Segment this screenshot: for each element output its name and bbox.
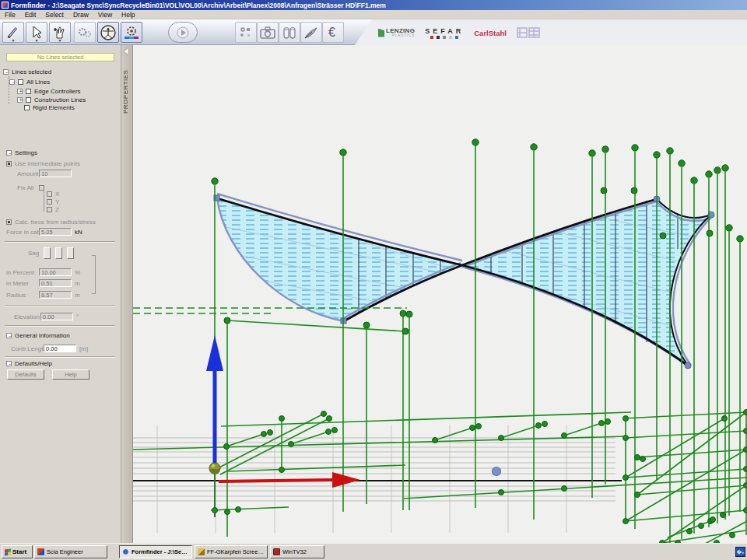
collapse-icon[interactable]: [3, 69, 9, 75]
sketch-button[interactable]: [300, 22, 322, 43]
edge-controllers-checkbox[interactable]: [26, 89, 31, 94]
app-icon: [2, 2, 9, 9]
screenshot-icon: [198, 548, 205, 555]
percent-field[interactable]: 10.00: [39, 268, 72, 276]
nodes-button[interactable]: [235, 22, 257, 43]
general-info-header[interactable]: General Information: [6, 331, 70, 339]
viewport-canvas[interactable]: [133, 45, 747, 543]
collapse-icon[interactable]: [6, 150, 12, 156]
fix-y-checkbox[interactable]: [47, 199, 52, 205]
menu-view[interactable]: View: [93, 11, 117, 19]
snapshot-button[interactable]: [257, 22, 279, 43]
edge-controllers-label: Edge Controllers: [34, 88, 81, 95]
settings-header[interactable]: Settings: [6, 149, 37, 156]
start-label: Start: [12, 548, 26, 555]
windows-flag-icon: [5, 548, 11, 555]
elevation-field[interactable]: 0.00: [40, 313, 73, 320]
tree-item-rigid-elements[interactable]: Rigid Elements: [24, 103, 75, 111]
expand-icon[interactable]: [17, 97, 23, 103]
x-axis-arrow: [219, 472, 360, 488]
task-ffgkarpfen[interactable]: FF-GKarpfen Screenshot...: [195, 545, 268, 558]
collapse-icon[interactable]: [6, 361, 12, 366]
menu-help[interactable]: Help: [117, 11, 139, 19]
amount-field[interactable]: 10: [39, 170, 72, 177]
tree-root-label: Lines selected: [12, 68, 51, 75]
collapse-icon[interactable]: [9, 79, 15, 85]
defaults-button[interactable]: Defaults: [7, 369, 44, 380]
svg-text:€: €: [328, 26, 335, 39]
fix-z-checkbox[interactable]: [47, 207, 52, 212]
collapse-panel-arrow-icon[interactable]: [124, 48, 128, 54]
help-button[interactable]: Help: [52, 369, 89, 380]
lenzing-logo: LENZING PLASTICS: [378, 28, 415, 37]
expand-icon[interactable]: [17, 89, 23, 94]
contr-length-field[interactable]: 0.00: [44, 345, 76, 352]
fix-y-row[interactable]: Y: [47, 198, 59, 205]
rigid-elements-checkbox[interactable]: [24, 105, 30, 110]
properties-tab-label[interactable]: PROPERTIES: [122, 59, 133, 114]
select-tool-button[interactable]: ▼: [26, 22, 47, 43]
tree-item-edge-controllers[interactable]: Edge Controllers: [17, 87, 81, 95]
menu-file[interactable]: File: [0, 11, 20, 19]
general-info-label: General Information: [15, 332, 70, 339]
lenzing-mark-icon: [378, 29, 384, 37]
menu-draw[interactable]: Draw: [68, 11, 93, 19]
title-bar: Formfinder - J:\Seagate Sync\SyncRecycle…: [0, 0, 747, 10]
menu-edit[interactable]: Edit: [20, 11, 41, 19]
meter-unit: m: [75, 280, 80, 287]
partner-logos: LENZING PLASTICS SEFAR CarlStahl: [378, 24, 540, 41]
use-intermediate-row[interactable]: Use intermediate points: [6, 159, 80, 167]
menu-select[interactable]: Select: [40, 11, 68, 19]
fix-x-row[interactable]: X: [47, 190, 59, 198]
play-icon: [177, 26, 189, 39]
rigid-elements-label: Rigid Elements: [33, 104, 75, 111]
task-formfinder[interactable]: Formfinder - J:\Seaga...: [119, 545, 192, 558]
force-field[interactable]: 5.05: [39, 228, 72, 236]
pan-tool-button[interactable]: ▼: [49, 22, 71, 43]
fix-z-row[interactable]: Z: [47, 205, 59, 213]
fix-all-row: Fix All: [17, 184, 44, 191]
node-points-icon: [238, 25, 254, 40]
radius-row: Radius 6.57 m: [6, 291, 80, 299]
dropdown-arrow-icon: ▼: [12, 39, 16, 42]
construction-lines-checkbox[interactable]: [26, 97, 31, 103]
material-button[interactable]: [279, 22, 300, 43]
construction-lines-label: Construction Lines: [34, 96, 86, 103]
fix-z-label: Z: [55, 206, 59, 213]
task-scia-engineer[interactable]: Scia Engineer: [34, 545, 107, 558]
use-intermediate-checkbox[interactable]: [6, 161, 12, 166]
fix-x-checkbox[interactable]: [47, 191, 52, 197]
analysis-button[interactable]: [97, 22, 119, 43]
start-button[interactable]: Start: [2, 545, 33, 558]
scia-icon: [37, 548, 44, 555]
tree-root[interactable]: Lines selected: [3, 68, 51, 75]
calc-force-checkbox[interactable]: [6, 219, 12, 225]
tray-icon[interactable]: �«: [735, 547, 745, 557]
contr-length-unit: [m]: [79, 345, 88, 352]
defaults-help-header[interactable]: Defaults/Help: [6, 359, 52, 367]
settings-button[interactable]: [121, 22, 142, 43]
percent-row: in Percent 10.00 %: [6, 268, 80, 276]
cost-button[interactable]: €: [322, 22, 344, 43]
sag-option-2-button[interactable]: [55, 247, 62, 259]
separator: [5, 325, 115, 327]
calc-force-row[interactable]: Calc. force from radius/stress: [6, 218, 96, 226]
fix-x-label: X: [55, 191, 59, 198]
use-intermediate-label: Use intermediate points: [15, 160, 80, 167]
sefar-text: SEFAR: [425, 27, 464, 35]
collapse-icon[interactable]: [6, 333, 12, 338]
all-lines-checkbox[interactable]: [18, 79, 23, 85]
formfinder-icon: [122, 548, 129, 555]
run-formfinding-button[interactable]: [168, 22, 198, 43]
sag-option-3-button[interactable]: [67, 247, 74, 259]
radius-unit: m: [75, 292, 80, 299]
draw-tool-button[interactable]: ▼: [2, 22, 24, 43]
tree-item-construction-lines[interactable]: Construction Lines: [17, 96, 86, 103]
z-axis-arrow: [206, 335, 223, 469]
sag-option-1-button[interactable]: [44, 247, 51, 259]
task-wintv32[interactable]: WinTV32: [270, 545, 324, 558]
formfind-button[interactable]: [74, 22, 96, 43]
tree-item-all-lines[interactable]: All Lines: [9, 78, 50, 86]
radius-field[interactable]: 6.57: [39, 291, 72, 299]
meter-field[interactable]: 0.51: [39, 279, 72, 287]
